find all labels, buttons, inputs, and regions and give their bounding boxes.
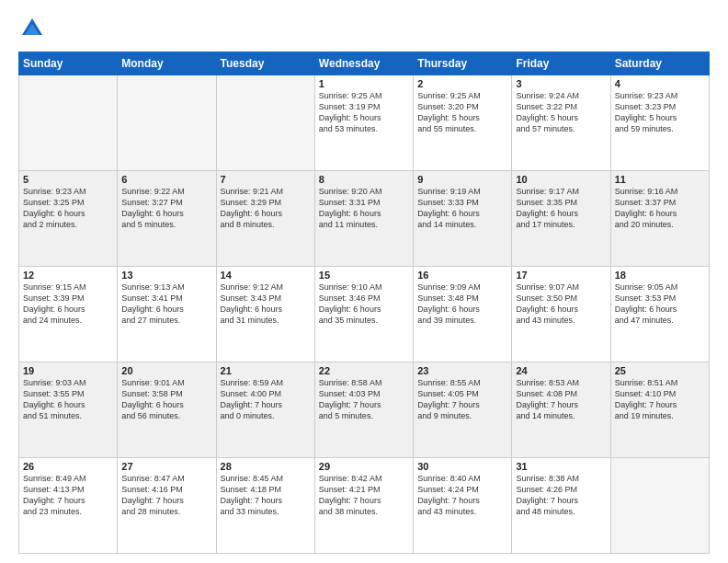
day-info: Sunrise: 8:58 AM Sunset: 4:03 PM Dayligh… [319,377,409,422]
day-number: 11 [615,174,705,185]
day-info: Sunrise: 9:03 AM Sunset: 3:55 PM Dayligh… [23,377,113,422]
day-info: Sunrise: 9:15 AM Sunset: 3:39 PM Dayligh… [23,282,113,327]
day-info: Sunrise: 8:38 AM Sunset: 4:26 PM Dayligh… [516,473,606,518]
day-info: Sunrise: 8:42 AM Sunset: 4:21 PM Dayligh… [319,473,409,518]
day-number: 8 [319,174,409,185]
logo-icon [18,15,46,42]
day-number: 27 [121,461,211,472]
calendar-cell: 31Sunrise: 8:38 AM Sunset: 4:26 PM Dayli… [512,458,610,554]
day-number: 30 [417,461,507,472]
calendar-cell: 15Sunrise: 9:10 AM Sunset: 3:46 PM Dayli… [314,267,413,362]
calendar-cell: 30Sunrise: 8:40 AM Sunset: 4:24 PM Dayli… [414,458,512,554]
day-number: 29 [319,461,409,472]
calendar-cell: 27Sunrise: 8:47 AM Sunset: 4:16 PM Dayli… [118,458,216,554]
day-info: Sunrise: 9:22 AM Sunset: 3:27 PM Dayligh… [121,186,211,231]
calendar-cell: 9Sunrise: 9:19 AM Sunset: 3:33 PM Daylig… [414,171,512,267]
day-info: Sunrise: 9:24 AM Sunset: 3:22 PM Dayligh… [516,90,606,135]
calendar-cell: 11Sunrise: 9:16 AM Sunset: 3:37 PM Dayli… [610,171,709,267]
day-info: Sunrise: 8:53 AM Sunset: 4:08 PM Dayligh… [516,377,606,422]
day-number: 22 [319,365,409,376]
day-number: 17 [516,270,606,281]
weekday-header-monday: Monday [118,52,216,75]
weekday-header-friday: Friday [512,52,610,75]
day-number: 20 [121,365,211,376]
day-number: 31 [516,461,606,472]
day-number: 13 [121,270,211,281]
calendar-cell: 16Sunrise: 9:09 AM Sunset: 3:48 PM Dayli… [414,267,512,362]
day-info: Sunrise: 9:07 AM Sunset: 3:50 PM Dayligh… [516,282,606,327]
calendar-cell: 4Sunrise: 9:23 AM Sunset: 3:23 PM Daylig… [610,75,709,171]
day-info: Sunrise: 9:23 AM Sunset: 3:23 PM Dayligh… [615,90,705,135]
calendar-cell [19,75,118,171]
calendar-cell: 22Sunrise: 8:58 AM Sunset: 4:03 PM Dayli… [314,362,413,458]
day-info: Sunrise: 8:49 AM Sunset: 4:13 PM Dayligh… [23,473,113,518]
calendar-cell: 6Sunrise: 9:22 AM Sunset: 3:27 PM Daylig… [118,171,216,267]
week-row-4: 19Sunrise: 9:03 AM Sunset: 3:55 PM Dayli… [19,362,710,458]
calendar-cell: 12Sunrise: 9:15 AM Sunset: 3:39 PM Dayli… [19,267,118,362]
day-number: 10 [516,174,606,185]
day-number: 9 [417,174,507,185]
day-info: Sunrise: 8:51 AM Sunset: 4:10 PM Dayligh… [615,377,705,422]
day-number: 4 [615,78,705,89]
day-number: 7 [221,174,311,185]
calendar-cell: 14Sunrise: 9:12 AM Sunset: 3:43 PM Dayli… [216,267,314,362]
weekday-header-sunday: Sunday [19,52,118,75]
day-info: Sunrise: 8:45 AM Sunset: 4:18 PM Dayligh… [221,473,311,518]
day-info: Sunrise: 8:40 AM Sunset: 4:24 PM Dayligh… [417,473,507,518]
day-info: Sunrise: 9:10 AM Sunset: 3:46 PM Dayligh… [319,282,409,327]
day-info: Sunrise: 9:16 AM Sunset: 3:37 PM Dayligh… [615,186,705,231]
day-info: Sunrise: 9:21 AM Sunset: 3:29 PM Dayligh… [221,186,311,231]
day-info: Sunrise: 9:19 AM Sunset: 3:33 PM Dayligh… [417,186,507,231]
day-info: Sunrise: 8:59 AM Sunset: 4:00 PM Dayligh… [221,377,311,422]
calendar-cell [610,458,709,554]
day-number: 25 [615,365,705,376]
calendar-cell: 3Sunrise: 9:24 AM Sunset: 3:22 PM Daylig… [512,75,610,171]
calendar-cell: 13Sunrise: 9:13 AM Sunset: 3:41 PM Dayli… [118,267,216,362]
day-info: Sunrise: 8:55 AM Sunset: 4:05 PM Dayligh… [417,377,507,422]
week-row-3: 12Sunrise: 9:15 AM Sunset: 3:39 PM Dayli… [19,267,710,362]
calendar: SundayMondayTuesdayWednesdayThursdayFrid… [18,52,710,554]
day-number: 18 [615,270,705,281]
day-info: Sunrise: 9:20 AM Sunset: 3:31 PM Dayligh… [319,186,409,231]
day-number: 2 [417,78,507,89]
day-number: 24 [516,365,606,376]
weekday-header-tuesday: Tuesday [216,52,314,75]
day-info: Sunrise: 9:25 AM Sunset: 3:19 PM Dayligh… [319,90,409,135]
day-info: Sunrise: 8:47 AM Sunset: 4:16 PM Dayligh… [121,473,211,518]
day-number: 16 [417,270,507,281]
day-info: Sunrise: 9:09 AM Sunset: 3:48 PM Dayligh… [417,282,507,327]
day-number: 14 [221,270,311,281]
weekday-header-row: SundayMondayTuesdayWednesdayThursdayFrid… [19,52,710,75]
calendar-cell: 21Sunrise: 8:59 AM Sunset: 4:00 PM Dayli… [216,362,314,458]
day-info: Sunrise: 9:17 AM Sunset: 3:35 PM Dayligh… [516,186,606,231]
day-number: 28 [221,461,311,472]
calendar-cell: 28Sunrise: 8:45 AM Sunset: 4:18 PM Dayli… [216,458,314,554]
calendar-cell: 8Sunrise: 9:20 AM Sunset: 3:31 PM Daylig… [314,171,413,267]
page: SundayMondayTuesdayWednesdayThursdayFrid… [0,0,728,563]
calendar-cell: 10Sunrise: 9:17 AM Sunset: 3:35 PM Dayli… [512,171,610,267]
calendar-cell: 23Sunrise: 8:55 AM Sunset: 4:05 PM Dayli… [414,362,512,458]
weekday-header-saturday: Saturday [610,52,709,75]
calendar-cell [216,75,314,171]
calendar-cell: 2Sunrise: 9:25 AM Sunset: 3:20 PM Daylig… [414,75,512,171]
week-row-1: 1Sunrise: 9:25 AM Sunset: 3:19 PM Daylig… [19,75,710,171]
day-info: Sunrise: 9:23 AM Sunset: 3:25 PM Dayligh… [23,186,113,231]
week-row-2: 5Sunrise: 9:23 AM Sunset: 3:25 PM Daylig… [19,171,710,267]
calendar-cell: 25Sunrise: 8:51 AM Sunset: 4:10 PM Dayli… [610,362,709,458]
calendar-cell: 18Sunrise: 9:05 AM Sunset: 3:53 PM Dayli… [610,267,709,362]
day-number: 21 [221,365,311,376]
calendar-cell: 29Sunrise: 8:42 AM Sunset: 4:21 PM Dayli… [314,458,413,554]
calendar-cell: 19Sunrise: 9:03 AM Sunset: 3:55 PM Dayli… [19,362,118,458]
day-number: 19 [23,365,113,376]
day-info: Sunrise: 9:05 AM Sunset: 3:53 PM Dayligh… [615,282,705,327]
calendar-cell: 7Sunrise: 9:21 AM Sunset: 3:29 PM Daylig… [216,171,314,267]
calendar-cell: 26Sunrise: 8:49 AM Sunset: 4:13 PM Dayli… [19,458,118,554]
day-number: 26 [23,461,113,472]
day-number: 5 [23,174,113,185]
day-number: 3 [516,78,606,89]
week-row-5: 26Sunrise: 8:49 AM Sunset: 4:13 PM Dayli… [19,458,710,554]
day-info: Sunrise: 9:25 AM Sunset: 3:20 PM Dayligh… [417,90,507,135]
day-number: 12 [23,270,113,281]
day-number: 15 [319,270,409,281]
day-number: 23 [417,365,507,376]
